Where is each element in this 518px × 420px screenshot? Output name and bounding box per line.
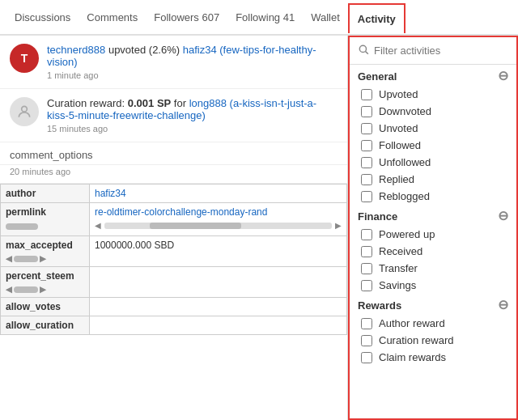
checkbox-reblogged[interactable] xyxy=(361,191,372,202)
activity-target-link[interactable]: long888 xyxy=(189,97,227,109)
activity-content: technerd888 upvoted (2.6%) hafiz34 (few-… xyxy=(47,44,338,80)
activity-user-link[interactable]: technerd888 xyxy=(47,44,105,56)
table-row: author hafiz34 xyxy=(1,185,347,203)
filter-rewards-header: Rewards ⊖ xyxy=(350,294,516,315)
nav-following[interactable]: Following 41 xyxy=(227,2,303,33)
filter-panel: General ⊖ Upvoted Downvoted Unvoted Foll… xyxy=(348,36,518,420)
filter-item-savings: Savings xyxy=(350,277,516,294)
table-row: allow_curation xyxy=(1,316,347,335)
checkbox-upvoted[interactable] xyxy=(361,89,372,100)
checkbox-followed[interactable] xyxy=(361,140,372,151)
filter-item-reblogged: Reblogged xyxy=(350,188,516,205)
table-value xyxy=(90,316,347,335)
table-row: percent_steem ◀ ▶ xyxy=(1,267,347,298)
filter-general-header: General ⊖ xyxy=(350,65,516,86)
comment-options-label: comment_options xyxy=(0,142,347,165)
filter-item-curation-reward: Curation reward xyxy=(350,332,516,349)
filter-item-unfollowed: Unfollowed xyxy=(350,154,516,171)
avatar: T xyxy=(10,44,39,73)
filter-item-poweredup: Powered up xyxy=(350,226,516,243)
general-toggle[interactable]: ⊖ xyxy=(498,70,508,83)
table-value: hafiz34 xyxy=(90,185,347,203)
filter-finance-header: Finance ⊖ xyxy=(350,205,516,226)
finance-label: Finance xyxy=(358,210,397,223)
nav-wallet[interactable]: Wallet xyxy=(303,2,348,33)
general-label: General xyxy=(358,70,397,83)
nav-discussions[interactable]: Discussions xyxy=(6,2,79,33)
filter-item-upvoted: Upvoted xyxy=(350,86,516,103)
filter-item-author-reward: Author reward xyxy=(350,315,516,332)
checkbox-savings[interactable] xyxy=(361,280,372,291)
main-layout: T technerd888 upvoted (2.6%) hafiz34 (fe… xyxy=(0,36,518,420)
filter-search-input[interactable] xyxy=(374,45,510,57)
filter-search-bar xyxy=(350,37,516,65)
filter-item-replied: Replied xyxy=(350,171,516,188)
table-label: allow_votes xyxy=(1,298,90,316)
activity-time: 1 minute ago xyxy=(47,70,338,80)
filter-item-downvoted: Downvoted xyxy=(350,103,516,120)
checkbox-claim-rewards[interactable] xyxy=(361,352,372,363)
list-item: T technerd888 upvoted (2.6%) hafiz34 (fe… xyxy=(0,36,347,89)
table-label: max_accepted ◀ ▶ xyxy=(1,236,90,267)
table-value: re-oldtimer-colorchallenge-monday-rand ◀… xyxy=(90,203,347,236)
checkbox-transfer[interactable] xyxy=(361,263,372,274)
checkbox-replied[interactable] xyxy=(361,174,372,185)
avatar-ghost xyxy=(10,97,39,126)
table-row: permlink re-oldtimer-colorchallenge-mond… xyxy=(1,203,347,236)
svg-point-1 xyxy=(359,45,366,52)
table-label: permlink xyxy=(1,203,90,236)
table-value xyxy=(90,267,347,298)
table-value: 1000000.000 SBD xyxy=(90,236,347,267)
nav-activity[interactable]: Activity xyxy=(348,3,405,33)
checkbox-powered-up[interactable] xyxy=(361,229,372,240)
rewards-items: Author reward Curation reward Claim rewa… xyxy=(350,315,516,366)
activity-target-link[interactable]: hafiz34 xyxy=(183,44,217,56)
filter-item-claim-rewards: Claim rewards xyxy=(350,349,516,366)
checkbox-author-reward[interactable] xyxy=(361,318,372,329)
activity-time: 15 minutes ago xyxy=(47,124,338,134)
list-item: Curation reward: 0.001 SP for long888 (a… xyxy=(0,89,347,142)
svg-point-0 xyxy=(22,106,28,112)
filter-item-received: Received xyxy=(350,243,516,260)
top-navigation: Discussions Comments Followers 607 Follo… xyxy=(0,0,518,36)
comment-options-time: 20 minutes ago xyxy=(0,165,347,184)
finance-toggle[interactable]: ⊖ xyxy=(498,210,508,223)
table-row: max_accepted ◀ ▶ 1000000.000 SBD xyxy=(1,236,347,267)
activity-content: Curation reward: 0.001 SP for long888 (a… xyxy=(47,97,338,134)
activity-feed: T technerd888 upvoted (2.6%) hafiz34 (fe… xyxy=(0,36,348,420)
finance-items: Powered up Received Transfer Savings xyxy=(350,226,516,294)
checkbox-unvoted[interactable] xyxy=(361,123,372,134)
nav-followers[interactable]: Followers 607 xyxy=(146,2,227,33)
checkbox-unfollowed[interactable] xyxy=(361,157,372,168)
search-icon xyxy=(358,44,369,57)
filter-item-transfer: Transfer xyxy=(350,260,516,277)
table-label: percent_steem ◀ ▶ xyxy=(1,267,90,298)
checkbox-received[interactable] xyxy=(361,246,372,257)
rewards-toggle[interactable]: ⊖ xyxy=(498,299,508,312)
nav-comments[interactable]: Comments xyxy=(79,2,146,33)
filter-item-unvoted: Unvoted xyxy=(350,120,516,137)
filter-item-followed: Followed xyxy=(350,137,516,154)
table-row: allow_votes xyxy=(1,298,347,316)
table-label: allow_curation xyxy=(1,316,90,335)
checkbox-curation-reward[interactable] xyxy=(361,335,372,346)
table-value xyxy=(90,298,347,316)
general-items: Upvoted Downvoted Unvoted Followed Unfol… xyxy=(350,86,516,205)
table-label: author xyxy=(1,185,90,203)
svg-line-2 xyxy=(366,52,368,54)
checkbox-downvoted[interactable] xyxy=(361,106,372,117)
rewards-label: Rewards xyxy=(358,299,401,312)
data-table: author hafiz34 permlink re-oldtimer-colo… xyxy=(0,184,347,335)
